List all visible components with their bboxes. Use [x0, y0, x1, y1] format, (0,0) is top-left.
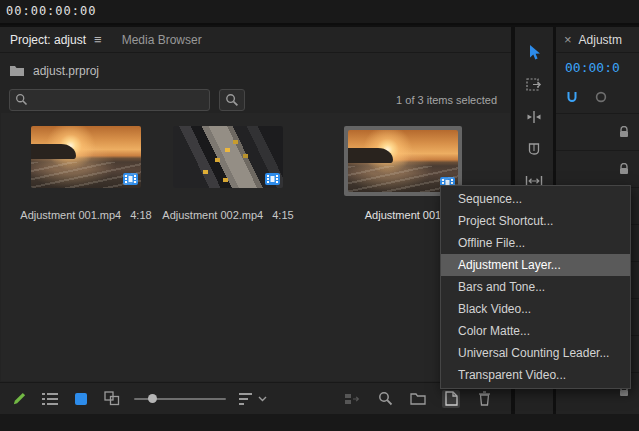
search-box [9, 89, 210, 111]
timeline-toggles [566, 89, 607, 105]
menu-item-bars-and-tone[interactable]: Bars and Tone... [441, 276, 630, 298]
tab-media-browser-label: Media Browser [122, 33, 202, 47]
project-items-area[interactable]: Adjustment 001.mp4 4:18 Adjustment 002.m… [1, 113, 510, 381]
timeline-timecode[interactable]: 00:00:0 [565, 60, 620, 75]
track-header-row [556, 150, 639, 187]
bin-icon[interactable] [9, 65, 25, 77]
new-item-button[interactable] [442, 390, 460, 408]
clip-thumbnail[interactable] [173, 126, 283, 188]
clip-thumbnail[interactable] [31, 126, 141, 188]
find-button[interactable] [376, 390, 394, 408]
clear-trash-button[interactable] [475, 390, 493, 408]
clip-item[interactable]: Adjustment 002.mp4 4:15 [157, 126, 299, 221]
automate-to-sequence-button[interactable] [343, 390, 361, 408]
project-panel: Project: adjust ≡ Media Browser adjust.p… [0, 27, 511, 414]
menu-item-color-matte[interactable]: Color Matte... [441, 320, 630, 342]
clip-name: Adjustment 001 [365, 209, 441, 221]
clip-duration: 4:18 [130, 209, 151, 221]
menu-item-universal-counting-leader[interactable]: Universal Counting Leader... [441, 342, 630, 364]
clip-duration: 4:15 [272, 209, 293, 221]
icon-view-button[interactable] [72, 390, 90, 408]
menu-item-transparent-video[interactable]: Transparent Video... [441, 364, 630, 386]
toolbar-right-group [343, 390, 511, 408]
clip-thumbnail[interactable] [348, 130, 458, 192]
search-input[interactable] [9, 89, 210, 111]
menu-item-project-shortcut[interactable]: Project Shortcut... [441, 210, 630, 232]
breadcrumb: adjust.prproj [0, 53, 511, 81]
add-marker-icon[interactable] [595, 91, 607, 103]
search-row: 1 of 3 items selected [0, 88, 511, 112]
panel-menu-icon[interactable]: ≡ [94, 32, 102, 47]
project-panel-tabbar: Project: adjust ≡ Media Browser [0, 27, 511, 53]
timeline-tab[interactable]: × Adjustm [556, 27, 639, 53]
filmstrip-badge-icon [265, 173, 280, 185]
status-bar [0, 414, 639, 431]
tab-project-label: Project: adjust [10, 33, 86, 47]
clip-grid: Adjustment 001.mp4 4:18 Adjustment 002.m… [15, 126, 467, 221]
close-icon[interactable]: × [564, 32, 572, 47]
new-item-context-menu: Sequence... Project Shortcut... Offline … [440, 185, 631, 389]
selection-tool-icon[interactable] [524, 43, 544, 62]
timeline-tab-label: Adjustm [579, 33, 622, 47]
selection-status: 1 of 3 items selected [396, 94, 497, 106]
menu-item-black-video[interactable]: Black Video... [441, 298, 630, 320]
sort-icons-button[interactable] [239, 393, 267, 405]
track-header-row [556, 113, 639, 150]
track-lock-icon[interactable] [619, 163, 629, 175]
clip-item[interactable]: Adjustment 001.mp4 4:18 [15, 126, 157, 221]
zoom-slider[interactable] [134, 390, 226, 408]
top-bar: 00:00:00:00 [0, 0, 639, 25]
freeform-view-button[interactable] [103, 390, 121, 408]
new-bin-button[interactable] [409, 390, 427, 408]
tab-media-browser[interactable]: Media Browser [112, 27, 212, 52]
clip-name: Adjustment 001.mp4 [20, 209, 121, 221]
create-search-bin-button[interactable] [219, 89, 245, 111]
list-view-button[interactable] [41, 390, 59, 408]
menu-item-sequence[interactable]: Sequence... [441, 188, 630, 210]
clip-label: Adjustment 002.mp4 4:15 [162, 209, 293, 221]
snap-magnet-icon[interactable] [566, 91, 578, 104]
project-writable-pencil-icon[interactable] [10, 390, 28, 408]
timecode-display[interactable]: 00:00:00:00 [6, 4, 96, 18]
clip-name: Adjustment 002.mp4 [162, 209, 263, 221]
menu-item-adjustment-layer[interactable]: Adjustment Layer... [441, 254, 630, 276]
project-panel-toolbar [0, 382, 511, 414]
menu-item-offline-file[interactable]: Offline File... [441, 232, 630, 254]
bin-name[interactable]: adjust.prproj [33, 64, 99, 78]
search-icon [15, 93, 28, 106]
filmstrip-badge-icon [123, 173, 138, 185]
razor-tool-icon[interactable] [524, 139, 544, 158]
track-lock-icon[interactable] [619, 126, 629, 138]
zoom-slider-knob[interactable] [148, 394, 157, 403]
tab-project[interactable]: Project: adjust ≡ [0, 27, 112, 52]
ripple-edit-tool-icon[interactable] [524, 107, 544, 126]
clip-label: Adjustment 001.mp4 4:18 [20, 209, 151, 221]
chevron-down-icon [258, 396, 267, 402]
clip-label: Adjustment 001 [365, 209, 441, 221]
track-select-forward-tool-icon[interactable] [524, 75, 544, 94]
